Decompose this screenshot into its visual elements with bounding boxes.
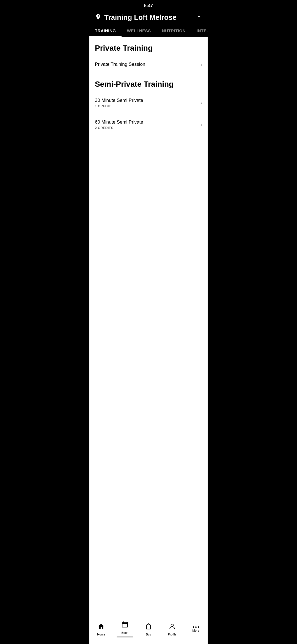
nav-buy-label: Buy	[146, 633, 151, 636]
60-min-semi-private-subtitle: 2 CREDITS	[95, 126, 200, 130]
semi-private-training-section: Semi-Private Training	[89, 73, 208, 92]
tab-nutrition[interactable]: NUTRITION	[156, 26, 191, 37]
home-icon	[98, 623, 105, 632]
svg-point-4	[171, 624, 174, 626]
chevron-right-icon: ›	[200, 122, 202, 128]
nav-more-label: More	[192, 629, 199, 632]
main-content: Private Training Private Training Sessio…	[89, 37, 208, 621]
nav-item-book[interactable]: Book	[113, 620, 137, 638]
60-min-semi-private-title: 60 Minute Semi Private	[95, 119, 200, 125]
nav-tabs: TRAINING WELLNESS NUTRITION INTE...	[89, 22, 208, 37]
nav-profile-label: Profile	[168, 633, 176, 636]
30-min-semi-private-subtitle: 1 CREDIT	[95, 104, 200, 108]
bottom-nav: Home Book Buy Profile	[89, 617, 208, 644]
status-bar: 5:47	[89, 0, 208, 10]
nav-item-home[interactable]: Home	[89, 622, 113, 637]
more-icon	[193, 626, 199, 628]
nav-item-profile[interactable]: Profile	[160, 622, 184, 637]
chevron-right-icon: ›	[200, 62, 202, 68]
profile-icon	[169, 623, 176, 632]
tab-training[interactable]: TRAINING	[89, 26, 122, 37]
nav-home-label: Home	[97, 633, 105, 636]
dot-3	[198, 626, 199, 628]
header: Training Loft Melrose	[89, 10, 208, 22]
private-training-section: Private Training	[89, 37, 208, 56]
tab-wellness[interactable]: WELLNESS	[122, 26, 156, 37]
dot-1	[193, 626, 194, 628]
dot-2	[195, 626, 197, 628]
nav-item-buy[interactable]: Buy	[137, 622, 160, 637]
chevron-down-icon[interactable]	[196, 14, 202, 21]
svg-rect-0	[122, 622, 128, 627]
nav-book-label: Book	[121, 631, 128, 634]
active-indicator	[117, 637, 133, 637]
private-training-session-item[interactable]: Private Training Session ›	[89, 56, 208, 73]
30-min-semi-private-content: 30 Minute Semi Private 1 CREDIT	[95, 98, 200, 108]
location-icon	[95, 13, 101, 22]
60-min-semi-private-item[interactable]: 60 Minute Semi Private 2 CREDITS ›	[89, 114, 208, 135]
chevron-right-icon: ›	[200, 100, 202, 106]
private-training-session-title: Private Training Session	[95, 62, 200, 67]
private-training-session-content: Private Training Session	[95, 62, 200, 68]
location-name: Training Loft Melrose	[104, 13, 193, 22]
private-training-title: Private Training	[95, 44, 202, 53]
60-min-semi-private-content: 60 Minute Semi Private 2 CREDITS	[95, 119, 200, 130]
book-icon	[121, 621, 128, 630]
tab-inte[interactable]: INTE...	[191, 26, 208, 37]
buy-icon	[145, 623, 152, 632]
30-min-semi-private-item[interactable]: 30 Minute Semi Private 1 CREDIT ›	[89, 92, 208, 114]
semi-private-training-title: Semi-Private Training	[95, 80, 202, 89]
status-time: 5:47	[144, 3, 153, 8]
30-min-semi-private-title: 30 Minute Semi Private	[95, 98, 200, 103]
nav-item-more[interactable]: More	[184, 625, 208, 633]
